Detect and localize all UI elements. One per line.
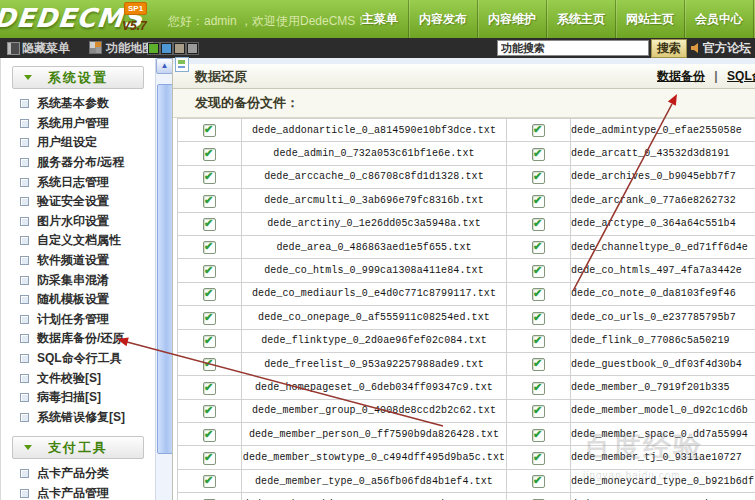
checkbox-cell	[178, 189, 242, 212]
sidebar-item-用户组设定[interactable]: 用户组设定	[1, 133, 155, 153]
backup-checkbox[interactable]	[203, 429, 216, 442]
backup-file-row: dede_member_stowtype_0_c494dff495d9ba5c.…	[178, 446, 755, 469]
backup-filename: dede_channeltype_0_ed71ff6d4e	[571, 235, 755, 258]
backup-checkbox[interactable]	[203, 288, 216, 301]
checkbox-cell	[507, 142, 571, 165]
backup-checkbox[interactable]	[203, 171, 216, 184]
backup-checkbox[interactable]	[532, 171, 545, 184]
backup-checkbox[interactable]	[532, 429, 545, 442]
backup-checkbox[interactable]	[203, 452, 216, 465]
sidebar-item-label: 点卡产品分类	[37, 465, 109, 482]
official-forum-link[interactable]: 官方论坛	[703, 38, 751, 58]
sidebar-item-自定义文档属性[interactable]: 自定义文档属性	[1, 231, 155, 251]
backup-file-row: dede_area_0_486863aed1e5f655.txtdede_cha…	[178, 235, 755, 258]
checkbox-cell	[178, 329, 242, 352]
sidebar-item-随机模板设置[interactable]: 随机模板设置	[1, 290, 155, 310]
backup-checkbox[interactable]	[532, 312, 545, 325]
backup-checkbox[interactable]	[532, 382, 545, 395]
backup-checkbox[interactable]	[203, 265, 216, 278]
sidebar-item-软件频道设置[interactable]: 软件频道设置	[1, 251, 155, 271]
sidebar-item-label: 自定义文档属性	[37, 232, 121, 249]
backup-checkbox[interactable]	[203, 195, 216, 208]
bullet-icon	[20, 393, 29, 402]
backup-file-row: dede_freelist_0_953a92257988ade9.txtdede…	[178, 352, 755, 375]
sidebar-scrollbar[interactable]: ▲	[155, 58, 172, 500]
sidebar-item-系统基本参数[interactable]: 系统基本参数	[1, 94, 155, 114]
menu-item-内容维护[interactable]: 内容维护	[477, 0, 546, 38]
backup-checkbox[interactable]	[532, 148, 545, 161]
backup-checkbox[interactable]	[203, 382, 216, 395]
sidebar-item-防采集串混淆[interactable]: 防采集串混淆	[1, 270, 155, 290]
content-corner-icon	[175, 57, 189, 72]
search-input[interactable]	[497, 40, 649, 56]
color-swatch[interactable]	[174, 43, 185, 54]
menu-item-网站主页[interactable]: 网站主页	[615, 0, 684, 38]
bullet-icon	[20, 256, 29, 265]
color-swatch[interactable]	[161, 43, 172, 54]
backup-checkbox[interactable]	[532, 358, 545, 371]
backup-checkbox[interactable]	[532, 124, 545, 137]
function-map-button[interactable]: 功能地图	[106, 38, 154, 58]
hide-menu-button[interactable]: 隐藏菜单	[22, 38, 70, 58]
speaker-icon	[691, 43, 701, 53]
backup-checkbox[interactable]	[203, 312, 216, 325]
data-backup-link[interactable]: 数据备份	[657, 69, 705, 83]
sidebar-item-验证安全设置[interactable]: 验证安全设置	[1, 192, 155, 212]
backup-checkbox[interactable]	[532, 218, 545, 231]
color-swatch[interactable]	[148, 43, 159, 54]
sidebar-section-系统设置[interactable]: 系统设置	[12, 66, 144, 89]
sidebar-item-SQL命令行工具[interactable]: SQL命令行工具	[1, 349, 155, 369]
checkbox-cell	[507, 329, 571, 352]
backup-checkbox[interactable]	[203, 475, 216, 488]
backup-checkbox[interactable]	[203, 358, 216, 371]
backup-checkbox[interactable]	[532, 452, 545, 465]
backup-checkbox[interactable]	[532, 265, 545, 278]
sidebar-item-系统错误修复[S][interactable]: 系统错误修复[S]	[1, 408, 155, 428]
backup-filename: dede_member_vhistory_0_79a1c5e07d5002c1.…	[242, 493, 507, 500]
sidebar-item-服务器分布/远程[interactable]: 服务器分布/远程	[1, 153, 155, 173]
sidebar-section-支付工具[interactable]: 支付工具	[12, 436, 144, 459]
sidebar-item-文件校验[S][interactable]: 文件校验[S]	[1, 368, 155, 388]
backup-checkbox[interactable]	[532, 288, 545, 301]
color-swatch[interactable]	[187, 43, 198, 54]
backup-checkbox[interactable]	[203, 335, 216, 348]
backup-checkbox[interactable]	[532, 195, 545, 208]
search-button[interactable]: 搜索	[651, 39, 687, 58]
backup-file-row: dede_co_htmls_0_999ca1308a411e84.txtdede…	[178, 259, 755, 282]
menu-item-系统主页[interactable]: 系统主页	[546, 0, 615, 38]
scrollbar-thumb[interactable]	[157, 84, 173, 454]
menu-item-会员中心[interactable]: 会员中心	[684, 0, 753, 38]
backup-checkbox[interactable]	[532, 405, 545, 418]
menu-item-内容发布[interactable]: 内容发布	[408, 0, 477, 38]
backup-filename: dede_member_model_0_d92c1cd6b	[571, 399, 755, 422]
checkbox-cell	[178, 469, 242, 492]
sidebar-item-点卡产品管理[interactable]: 点卡产品管理	[1, 484, 155, 500]
sidebar-item-病毒扫描[S][interactable]: 病毒扫描[S]	[1, 388, 155, 408]
menu-item-主菜单[interactable]: 主菜单	[352, 0, 408, 38]
backup-checkbox[interactable]	[203, 241, 216, 254]
scrollbar-up-button[interactable]: ▲	[156, 58, 173, 74]
checkbox-cell	[178, 376, 242, 399]
backup-checkbox[interactable]	[532, 475, 545, 488]
backup-file-row: dede_homepageset_0_6deb034ff09347c9.txtd…	[178, 376, 755, 399]
sidebar-menu: 系统设置系统基本参数系统用户管理用户组设定服务器分布/远程系统日志管理验证安全设…	[0, 58, 155, 500]
sql-tool-link[interactable]: SQL命令行工具	[727, 69, 755, 83]
sidebar-item-图片水印设置[interactable]: 图片水印设置	[1, 212, 155, 232]
backup-checkbox[interactable]	[203, 124, 216, 137]
backup-checkbox[interactable]	[532, 241, 545, 254]
backup-file-row: dede_flinktype_0_2d0ae96fef02c084.txtded…	[178, 329, 755, 352]
sidebar-item-系统日志管理[interactable]: 系统日志管理	[1, 172, 155, 192]
backup-filename: dede_mtypes_0_7e0919e2b1	[571, 493, 755, 500]
backup-file-row: dede_arccache_0_c86708c8fd1d1328.txtdede…	[178, 165, 755, 188]
backup-checkbox[interactable]	[203, 148, 216, 161]
checkbox-cell	[178, 493, 242, 500]
sidebar-item-系统用户管理[interactable]: 系统用户管理	[1, 114, 155, 134]
sidebar-item-数据库备份/还原[interactable]: 数据库备份/还原	[1, 329, 155, 349]
backup-checkbox[interactable]	[203, 218, 216, 231]
sidebar-item-点卡产品分类[interactable]: 点卡产品分类	[1, 464, 155, 484]
sidebar-item-计划任务管理[interactable]: 计划任务管理	[1, 310, 155, 330]
checkbox-cell	[507, 306, 571, 329]
checkbox-cell	[507, 165, 571, 188]
backup-checkbox[interactable]	[532, 335, 545, 348]
backup-checkbox[interactable]	[203, 405, 216, 418]
